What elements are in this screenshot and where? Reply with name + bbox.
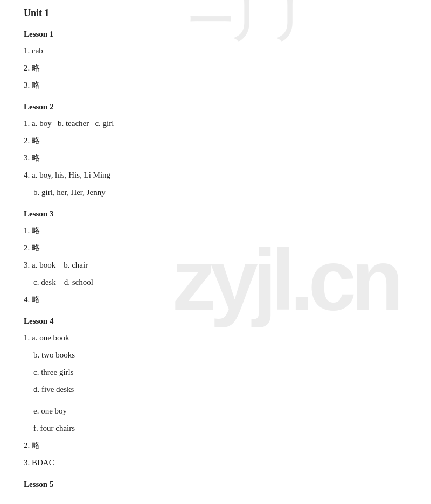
lesson-1-section: Lesson 1 1. cab 2. 略 3. 略	[24, 30, 407, 92]
lesson-2-title: Lesson 2	[24, 102, 407, 111]
lesson-4-section: Lesson 4 1. a. one book b. two books c. …	[24, 317, 407, 469]
list-item: 1. a. one book	[24, 331, 407, 344]
list-item: 4. 略	[24, 293, 407, 306]
list-item: 1. 略	[24, 224, 407, 237]
spacer	[24, 400, 407, 404]
list-item: 3. 略	[24, 151, 407, 164]
list-item: 2. 略	[24, 61, 407, 74]
lesson-2-section: Lesson 2 1. a. boy b. teacher c. girl 2.…	[24, 102, 407, 199]
list-item: 3. BDAC	[24, 456, 407, 469]
lesson-3-title: Lesson 3	[24, 209, 407, 219]
list-item: e. one boy	[24, 404, 407, 417]
list-item: 4. a. boy, his, His, Li Ming	[24, 169, 407, 181]
list-item: 2. 略	[24, 439, 407, 452]
list-item: 1. cab	[24, 44, 407, 57]
list-item: b. two books	[24, 348, 407, 361]
list-item: d. five desks	[24, 383, 407, 396]
unit-title: Unit 1	[24, 8, 407, 19]
list-item: 3. a. book b. chair	[24, 258, 407, 271]
list-item: 3. 略	[24, 79, 407, 92]
list-item: b. girl, her, Her, Jenny	[24, 186, 407, 199]
list-item: c. three girls	[24, 366, 407, 379]
page-content: Unit 1 Lesson 1 1. cab 2. 略 3. 略 Lesson …	[0, 0, 431, 504]
lesson-3-section: Lesson 3 1. 略 2. 略 3. a. book b. chair c…	[24, 209, 407, 306]
list-item: 2. 略	[24, 134, 407, 147]
lesson-5-section: Lesson 5	[24, 480, 407, 489]
list-item: 2. 略	[24, 241, 407, 254]
lesson-4-title: Lesson 4	[24, 317, 407, 326]
list-item: c. desk d. school	[24, 276, 407, 289]
list-item: 1. a. boy b. teacher c. girl	[24, 117, 407, 130]
list-item: f. four chairs	[24, 422, 407, 435]
lesson-5-title: Lesson 5	[24, 480, 407, 489]
lesson-1-title: Lesson 1	[24, 30, 407, 39]
